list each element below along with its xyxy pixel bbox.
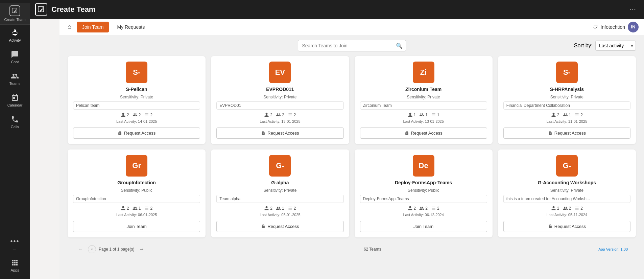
- stats-row: 2 1 2: [121, 206, 152, 211]
- sensitivity-label: Sensitivity: Private: [407, 95, 440, 99]
- members-stat: 1: [408, 112, 416, 117]
- guests-count: 1: [425, 113, 428, 117]
- action-label: Request Access: [554, 131, 586, 136]
- team-card-evprod011: EV EVPROD011 Sensitivity: Private EVPROD…: [211, 56, 349, 144]
- search-input[interactable]: [298, 40, 406, 51]
- guests-stat: 1: [133, 206, 141, 211]
- chat-label: Chat: [11, 60, 19, 64]
- lock-icon: [548, 224, 552, 229]
- avatar: IN: [628, 22, 639, 32]
- last-activity: Last Activity: 06-01-2025: [116, 213, 157, 217]
- team-avatar: G-: [269, 155, 291, 177]
- action-button-deploy-formsapp-teams[interactable]: Join Team: [360, 221, 487, 232]
- guests-count: 1: [282, 206, 284, 211]
- members-stat: 2: [264, 206, 272, 211]
- team-description: EVPROD01: [216, 101, 343, 110]
- channels-count: 2: [437, 206, 439, 211]
- sidebar-item-create-team[interactable]: Create Team: [0, 3, 30, 25]
- stats-row: 2 2 2: [408, 206, 439, 211]
- action-button-zirconium-team[interactable]: Request Access: [360, 127, 487, 139]
- action-label: Request Access: [554, 224, 586, 229]
- sort-select[interactable]: Last activity Name Members: [595, 41, 636, 51]
- sensitivity-label: Sensitivity: Public: [408, 188, 439, 193]
- channels-stat: 2: [288, 112, 296, 117]
- members-stat: 2: [408, 206, 416, 211]
- channels-count: 2: [294, 113, 296, 117]
- team-card-zirconium-team: Zi Zirconium Team Sensitivity: Private Z…: [355, 56, 493, 144]
- cards-grid: S- S-Pelican Sensitivity: Private Pelica…: [68, 56, 636, 237]
- action-button-evprod011[interactable]: Request Access: [216, 127, 343, 139]
- calendar-icon: [11, 94, 19, 102]
- search-sort-row: 🔍 Sort by: Last activity Name Members ▾: [68, 41, 636, 51]
- action-button-g-alpha[interactable]: Request Access: [216, 221, 343, 232]
- sidebar: Create Team Activity Chat Teams Calendar…: [0, 0, 30, 279]
- sidebar-item-teams[interactable]: Teams: [0, 68, 30, 90]
- guests-stat: 2: [276, 112, 284, 117]
- next-page-button[interactable]: →: [137, 246, 146, 253]
- tab-home-button[interactable]: ⌂: [65, 22, 74, 32]
- apps-icon: [11, 259, 19, 267]
- channels-stat: 2: [431, 206, 439, 211]
- action-button-s-hrpanalysis[interactable]: Request Access: [503, 127, 630, 139]
- lock-icon: [548, 131, 552, 135]
- tab-bar: ⌂ Join Team My Requests 🛡 Infotechtion I…: [59, 19, 644, 35]
- sidebar-item-more[interactable]: ••• ...: [0, 233, 30, 255]
- action-button-s-pelican[interactable]: Request Access: [73, 127, 200, 139]
- sidebar-item-calendar[interactable]: Calendar: [0, 90, 30, 111]
- members-stat: 2: [264, 112, 272, 117]
- sidebar-item-apps[interactable]: Apps: [0, 255, 30, 276]
- tab-my-requests[interactable]: My Requests: [112, 22, 150, 32]
- members-count: 2: [127, 206, 129, 211]
- members-stat: 2: [121, 206, 129, 211]
- tab-user-name: Infotechtion: [601, 24, 625, 30]
- chat-icon: [11, 50, 19, 59]
- channels-count: 2: [150, 206, 152, 211]
- page-circle-button[interactable]: ○: [88, 245, 96, 253]
- team-avatar: Gr: [126, 155, 147, 177]
- stats-row: 1 1 1: [408, 112, 439, 117]
- calls-icon: [11, 115, 19, 123]
- sidebar-item-activity[interactable]: Activity: [0, 25, 30, 46]
- members-stat: 2: [121, 112, 129, 117]
- team-name: S-HRPAnalysis: [550, 87, 584, 92]
- sidebar-item-chat[interactable]: Chat: [0, 46, 30, 68]
- edit-icon: [12, 8, 18, 14]
- channels-count: 2: [580, 113, 583, 117]
- channels-stat: 1: [431, 112, 439, 117]
- sidebar-item-calls[interactable]: Calls: [0, 111, 30, 133]
- guests-count: 2: [569, 206, 571, 211]
- action-button-groupinfotection[interactable]: Join Team: [73, 221, 200, 232]
- stats-row: 2 1 2: [551, 112, 583, 117]
- channels-stat: 2: [288, 206, 296, 211]
- action-button-g-accounting-workshops[interactable]: Request Access: [503, 221, 630, 232]
- guests-count: 2: [139, 113, 141, 117]
- sensitivity-label: Sensitivity: Private: [263, 188, 296, 193]
- team-name: G-Accounting Workshops: [538, 180, 596, 185]
- sort-select-wrapper: Last activity Name Members ▾: [595, 41, 636, 51]
- sensitivity-label: Sensitivity: Private: [550, 188, 583, 193]
- lock-icon: [261, 224, 265, 229]
- lock-icon: [261, 131, 265, 135]
- team-avatar: De: [413, 155, 434, 177]
- team-description: this is a team created for Accounting Wo…: [503, 195, 630, 203]
- members-stat: 2: [551, 112, 559, 117]
- members-count: 2: [270, 206, 272, 211]
- team-avatar: S-: [126, 62, 147, 83]
- team-avatar: S-: [556, 62, 578, 83]
- channels-stat: 2: [144, 112, 152, 117]
- create-team-icon: [9, 5, 20, 16]
- channels-count: 1: [437, 113, 439, 117]
- prev-page-button[interactable]: ←: [76, 246, 85, 253]
- tab-join-team[interactable]: Join Team: [77, 22, 109, 32]
- sensitivity-label: Sensitivity: Private: [550, 95, 583, 99]
- team-avatar: Zi: [413, 62, 434, 83]
- members-count: 2: [557, 206, 559, 211]
- create-team-label: Create Team: [4, 18, 26, 22]
- members-stat: 2: [551, 206, 559, 211]
- team-card-groupinfotection: Gr GroupInfotection Sensitivity: Public …: [68, 149, 206, 237]
- content-area[interactable]: 🔍 Sort by: Last activity Name Members ▾ …: [59, 35, 644, 279]
- action-label: Join Team: [413, 224, 433, 229]
- last-activity: Last Activity: 05-11-2024: [547, 213, 587, 217]
- lock-icon: [118, 131, 122, 135]
- user-shield-icon: 🛡: [593, 24, 598, 30]
